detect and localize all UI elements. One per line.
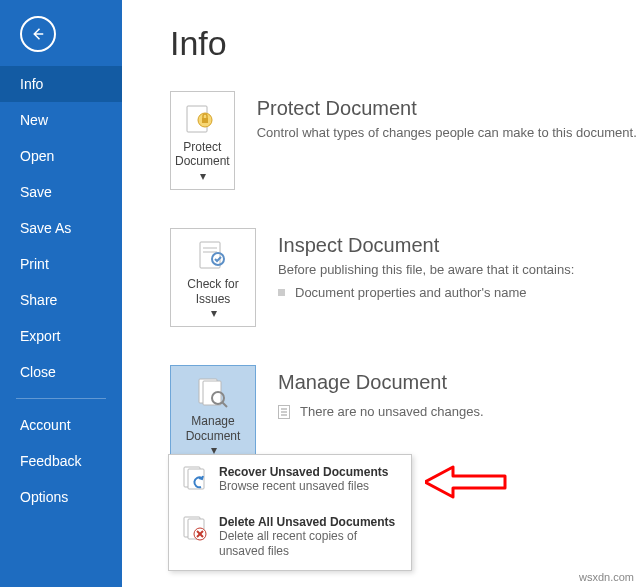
document-icon [278, 405, 290, 419]
delete-subtitle: Delete all recent copies of unsaved file… [219, 529, 399, 560]
sidebar-item-feedback[interactable]: Feedback [0, 443, 122, 479]
manage-icon [195, 374, 231, 410]
chevron-down-icon: ▾ [211, 306, 217, 320]
sidebar-item-close[interactable]: Close [0, 354, 122, 390]
sidebar-separator [16, 398, 106, 399]
sidebar-item-options[interactable]: Options [0, 479, 122, 515]
sidebar-item-account[interactable]: Account [0, 407, 122, 443]
recover-subtitle: Browse recent unsaved files [219, 479, 388, 495]
arrow-left-icon [29, 25, 47, 43]
sidebar-item-info[interactable]: Info [0, 66, 122, 102]
chevron-down-icon: ▾ [200, 169, 206, 183]
sidebar-item-new[interactable]: New [0, 102, 122, 138]
page-title: Info [170, 24, 620, 63]
backstage-sidebar: Info New Open Save Save As Print Share E… [0, 0, 122, 587]
recover-title: Recover Unsaved Documents [219, 465, 388, 479]
inspect-tile-label: Check for Issues [175, 277, 251, 306]
manage-tile-label: Manage Document [175, 414, 251, 443]
back-button[interactable] [20, 16, 56, 52]
sidebar-item-export[interactable]: Export [0, 318, 122, 354]
recover-icon [181, 465, 209, 493]
inspect-bullet: Document properties and author's name [278, 285, 620, 300]
sidebar-item-print[interactable]: Print [0, 246, 122, 282]
recover-unsaved-documents[interactable]: Recover Unsaved Documents Browse recent … [169, 455, 411, 505]
sidebar-item-save-as[interactable]: Save As [0, 210, 122, 246]
sidebar-item-save[interactable]: Save [0, 174, 122, 210]
manage-note-row: There are no unsaved changes. [278, 404, 620, 419]
svg-rect-2 [202, 118, 208, 123]
protect-title: Protect Document [257, 97, 637, 120]
delete-title: Delete All Unsaved Documents [219, 515, 399, 529]
svg-rect-5 [203, 251, 217, 253]
delete-all-unsaved-documents[interactable]: Delete All Unsaved Documents Delete all … [169, 505, 411, 570]
protect-tile-label: Protect Document [175, 140, 230, 169]
protect-section: Protect Document▾ Protect Document Contr… [170, 91, 620, 190]
inspect-icon [195, 237, 231, 273]
inspect-desc: Before publishing this file, be aware th… [278, 261, 620, 279]
inspect-bullet-text: Document properties and author's name [295, 285, 527, 300]
delete-icon [181, 515, 209, 543]
manage-title: Manage Document [278, 371, 620, 394]
watermark: wsxdn.com [579, 571, 634, 583]
manage-note: There are no unsaved changes. [300, 404, 484, 419]
lock-icon [184, 100, 220, 136]
manage-document-dropdown: Recover Unsaved Documents Browse recent … [168, 454, 412, 571]
manage-section: Manage Document▾ Manage Document There a… [170, 365, 620, 464]
bullet-icon [278, 289, 285, 296]
protect-document-button[interactable]: Protect Document▾ [170, 91, 235, 190]
svg-line-10 [222, 402, 227, 407]
check-for-issues-button[interactable]: Check for Issues▾ [170, 228, 256, 327]
sidebar-item-open[interactable]: Open [0, 138, 122, 174]
svg-rect-4 [203, 247, 217, 249]
inspect-section: Check for Issues▾ Inspect Document Befor… [170, 228, 620, 327]
sidebar-item-share[interactable]: Share [0, 282, 122, 318]
manage-document-button[interactable]: Manage Document▾ [170, 365, 256, 464]
inspect-title: Inspect Document [278, 234, 620, 257]
protect-desc: Control what types of changes people can… [257, 124, 637, 142]
